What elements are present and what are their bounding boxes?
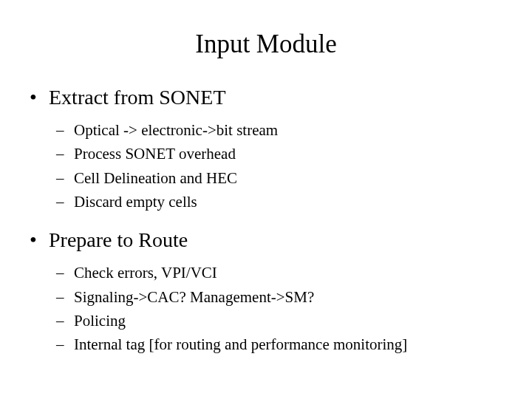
- list-item: Discard empty cells: [74, 191, 532, 212]
- section-extract: Extract from SONET Optical -> electronic…: [0, 86, 532, 212]
- list-item: Policing: [74, 310, 532, 331]
- list-item: Signaling->CAC? Management->SM?: [74, 287, 532, 307]
- slide-title: Input Module: [0, 30, 532, 59]
- section-prepare: Prepare to Route Check errors, VPI/VCI S…: [0, 228, 532, 355]
- list-item: Process SONET overhead: [74, 143, 532, 164]
- list-item: Cell Delineation and HEC: [74, 168, 532, 188]
- list-item: Check errors, VPI/VCI: [74, 262, 532, 283]
- list-item: Optical -> electronic->bit stream: [74, 120, 532, 140]
- list-item: Internal tag [for routing and performanc…: [74, 334, 532, 355]
- sub-list: Check errors, VPI/VCI Signaling->CAC? Ma…: [74, 262, 532, 355]
- slide: Input Module Extract from SONET Optical …: [0, 30, 532, 399]
- sub-list: Optical -> electronic->bit stream Proces…: [74, 120, 532, 212]
- section-heading: Prepare to Route: [49, 228, 532, 252]
- section-heading: Extract from SONET: [49, 86, 532, 109]
